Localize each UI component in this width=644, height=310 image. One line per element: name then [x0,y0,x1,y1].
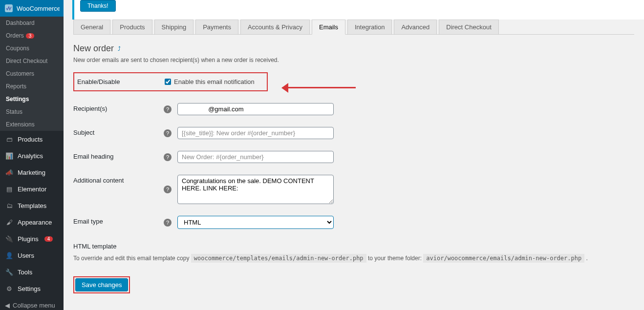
woocommerce-icon [5,4,13,13]
tab-products[interactable]: Products [112,20,152,34]
sidebar-analytics[interactable]: 📊Analytics [0,147,64,164]
marketing-icon: 📣 [5,168,14,177]
sidebar-appearance[interactable]: 🖌Appearance [0,214,64,230]
collapse-menu[interactable]: ◀Collapse menu [0,297,64,310]
subject-input[interactable] [177,127,334,139]
tools-icon: 🔧 [5,268,14,276]
sidebar-label: WooCommerce [17,5,61,12]
help-icon[interactable]: ? [164,153,172,161]
heading-label: Email heading [73,151,164,160]
sidebar-tools[interactable]: 🔧Tools [0,264,64,280]
back-link[interactable]: ⤴ [118,45,121,52]
template-dest-path: avior/woocommerce/emails/admin-new-order… [423,254,584,263]
sidebar-item-reports[interactable]: Reports [0,80,64,93]
tab-integration[interactable]: Integration [347,20,392,34]
help-icon[interactable]: ? [164,219,172,227]
sidebar-woocommerce[interactable]: WooCommerce [0,0,64,17]
tab-advanced[interactable]: Advanced [394,20,437,34]
tab-emails[interactable]: Emails [312,20,345,35]
sidebar-item-settings[interactable]: Settings [0,93,64,105]
users-icon: 👤 [5,251,14,260]
sidebar-templates[interactable]: 🗂Templates [0,197,64,214]
help-icon[interactable]: ? [164,129,172,137]
email-type-select[interactable]: HTML [177,216,334,229]
orders-badge: 3 [26,33,35,39]
analytics-icon: 📊 [5,151,14,160]
elementor-icon: ▤ [5,185,14,193]
sidebar-item-extensions[interactable]: Extensions [0,118,64,131]
tab-shipping[interactable]: Shipping [154,20,194,34]
sidebar-item-dashboard[interactable]: Dashboard [0,17,64,29]
sidebar-marketing[interactable]: 📣Marketing [0,164,64,181]
admin-sidebar: WooCommerce Dashboard Orders3 Coupons Di… [0,0,64,310]
sidebar-wp-settings[interactable]: ⚙Settings [0,280,64,297]
page-title: New order ⤴ [73,43,634,54]
heading-input[interactable] [177,151,334,163]
sidebar-products[interactable]: 🗃Products [0,131,64,147]
additional-label: Additional content [73,175,164,184]
plugins-badge: 4 [44,236,53,242]
enable-checkbox[interactable] [165,79,171,85]
tab-accounts[interactable]: Accounts & Privacy [240,20,310,34]
sidebar-item-direct-checkout[interactable]: Direct Checkout [0,55,64,67]
template-source-path: woocommerce/templates/emails/admin-new-o… [191,254,366,263]
help-icon[interactable]: ? [164,186,172,193]
help-icon[interactable]: ? [164,105,172,113]
thanks-button[interactable]: Thanks! [80,0,116,12]
template-description: To override and edit this email template… [73,255,634,262]
recipients-input[interactable] [177,103,334,115]
sidebar-users[interactable]: 👤Users [0,247,64,264]
sidebar-elementor[interactable]: ▤Elementor [0,181,64,197]
save-button[interactable]: Save changes [75,278,128,291]
products-icon: 🗃 [5,135,14,144]
plugins-icon: 🔌 [5,234,14,243]
subject-label: Subject [73,127,164,136]
tab-general[interactable]: General [73,20,110,34]
sidebar-plugins[interactable]: 🔌Plugins4 [0,230,64,247]
appearance-icon: 🖌 [5,218,14,227]
tab-direct-checkout[interactable]: Direct Checkout [439,20,498,34]
content-area: Thanks! General Products Shipping Paymen… [64,0,644,310]
svg-rect-0 [5,4,13,12]
type-label: Email type [73,216,164,225]
enable-label: Enable/Disable [77,78,165,85]
recipients-label: Recipient(s) [73,103,164,112]
additional-content-textarea[interactable]: Congratulations on the sale. DEMO CONTEN… [177,175,334,204]
settings-tabs: General Products Shipping Payments Accou… [73,20,634,35]
enable-highlight: Enable/Disable Enable this email notific… [73,72,268,91]
settings-icon: ⚙ [5,284,14,293]
sidebar-item-status[interactable]: Status [0,105,64,118]
tab-payments[interactable]: Payments [195,20,238,34]
save-highlight: Save changes [73,276,130,293]
sidebar-item-coupons[interactable]: Coupons [0,42,64,55]
annotation-arrow [282,83,356,93]
sidebar-item-customers[interactable]: Customers [0,67,64,80]
template-label: HTML template [73,241,164,250]
sidebar-submenu: Dashboard Orders3 Coupons Direct Checkou… [0,17,64,131]
collapse-icon: ◀ [5,302,10,309]
page-description: New order emails are sent to chosen reci… [73,57,634,63]
templates-icon: 🗂 [5,201,14,210]
sidebar-item-orders[interactable]: Orders3 [0,29,64,42]
enable-checkbox-label: Enable this email notification [174,78,255,85]
